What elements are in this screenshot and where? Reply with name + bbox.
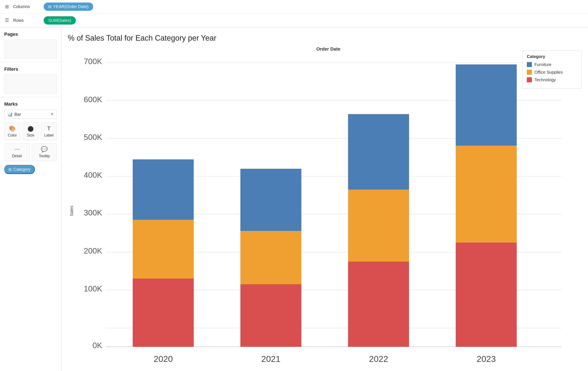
- pages-body: [4, 40, 57, 59]
- chart-wrapper: Sales Order Date: [68, 46, 579, 371]
- chart-x-title: Order Date: [77, 46, 579, 52]
- rows-pill[interactable]: SUM(Sales): [44, 16, 76, 25]
- svg-text:2023: 2023: [477, 354, 496, 364]
- bar-2022-technology[interactable]: [348, 262, 409, 347]
- svg-text:2020: 2020: [154, 354, 173, 364]
- columns-label: Columns: [13, 4, 41, 9]
- tooltip-button[interactable]: 💬 Tooltip: [32, 143, 57, 161]
- svg-text:400K: 400K: [84, 171, 102, 179]
- pages-section: Pages: [0, 27, 61, 62]
- columns-pill-icon: ⊞: [48, 4, 52, 9]
- rows-icon: ☰: [4, 18, 10, 23]
- tooltip-icon: 💬: [41, 146, 48, 153]
- bar-2021-furniture[interactable]: [240, 169, 301, 231]
- bar-2022-office[interactable]: [348, 190, 409, 262]
- chart-svg: 700K 600K 500K 400K 300K 200K 100K 0K: [77, 52, 579, 371]
- marks-type-label: Bar: [14, 112, 49, 117]
- legend-item-technology: Technology: [527, 77, 577, 82]
- marks-buttons-row2: ⋯ Detail 💬 Tooltip: [4, 143, 57, 161]
- detail-button[interactable]: ⋯ Detail: [4, 143, 30, 161]
- bar-2020-technology[interactable]: [133, 278, 194, 347]
- size-button[interactable]: ⬤ Size: [22, 123, 39, 140]
- chart-inner: Order Date: [77, 46, 579, 371]
- svg-text:0K: 0K: [93, 341, 102, 350]
- filters-section: Filters: [0, 62, 61, 97]
- legend-color-furniture: [527, 62, 532, 67]
- svg-text:2022: 2022: [369, 354, 388, 364]
- svg-text:700K: 700K: [84, 57, 102, 66]
- marks-section: Marks 📊 Bar ▼ 🎨 Color ⬤ Size T Label: [0, 97, 61, 371]
- dropdown-arrow-icon: ▼: [50, 112, 54, 116]
- columns-pill[interactable]: ⊞ YEAR(Order Date): [44, 2, 93, 11]
- legend-label-furniture: Furniture: [535, 62, 551, 67]
- marks-buttons-row1: 🎨 Color ⬤ Size T Label: [4, 123, 57, 140]
- columns-shelf: ⊞ Columns ⊞ YEAR(Order Date): [0, 0, 588, 13]
- bar-2020-furniture[interactable]: [133, 159, 194, 220]
- chart-svg-container: 700K 600K 500K 400K 300K 200K 100K 0K: [77, 52, 579, 371]
- detail-icon: ⋯: [14, 146, 20, 153]
- category-pill[interactable]: ⊞ Category: [4, 165, 35, 174]
- svg-text:100K: 100K: [84, 284, 102, 293]
- filters-title: Filters: [4, 66, 57, 72]
- svg-text:200K: 200K: [84, 246, 102, 255]
- legend-item-furniture: Furniture: [527, 62, 577, 67]
- rows-label: Rows: [13, 18, 41, 23]
- legend-label-technology: Technology: [535, 77, 556, 82]
- label-icon: T: [47, 125, 51, 132]
- bar-2021-office[interactable]: [240, 231, 301, 284]
- legend-color-office-supplies: [527, 70, 532, 75]
- shelf-area: ⊞ Columns ⊞ YEAR(Order Date) ☰ Rows SUM(…: [0, 0, 588, 27]
- y-axis-label: Sales: [68, 46, 75, 371]
- marks-type-dropdown[interactable]: 📊 Bar ▼: [4, 110, 57, 119]
- pages-title: Pages: [4, 31, 57, 37]
- bar-2020-office[interactable]: [133, 220, 194, 278]
- legend-color-technology: [527, 77, 532, 82]
- chart-title: % of Sales Total for Each Category per Y…: [68, 34, 579, 42]
- legend-item-office-supplies: Office Supplies: [527, 70, 577, 75]
- size-icon: ⬤: [28, 125, 34, 132]
- category-pill-container: ⊞ Category: [4, 165, 57, 174]
- svg-text:300K: 300K: [84, 208, 102, 217]
- svg-text:600K: 600K: [84, 95, 102, 104]
- bar-2023-office[interactable]: [456, 146, 517, 243]
- filters-body: [4, 74, 57, 93]
- columns-icon: ⊞: [4, 4, 10, 10]
- category-pill-icon: ⊞: [9, 167, 12, 172]
- legend-label-office-supplies: Office Supplies: [535, 70, 563, 75]
- legend-title: Category: [527, 54, 577, 59]
- bar-2022-furniture[interactable]: [348, 114, 409, 190]
- legend: Category Furniture Office Supplies Techn…: [522, 51, 582, 88]
- bar-chart-icon: 📊: [7, 112, 13, 117]
- svg-text:2021: 2021: [261, 354, 280, 364]
- label-button[interactable]: T Label: [41, 123, 57, 140]
- bar-2023-technology[interactable]: [456, 243, 517, 347]
- main-layout: Pages Filters Marks 📊 Bar ▼ 🎨 Color ⬤: [0, 27, 588, 371]
- left-sidebar: Pages Filters Marks 📊 Bar ▼ 🎨 Color ⬤: [0, 27, 61, 371]
- bar-2021-technology[interactable]: [240, 284, 301, 347]
- chart-area: % of Sales Total for Each Category per Y…: [61, 27, 588, 371]
- color-button[interactable]: 🎨 Color: [4, 123, 20, 140]
- svg-text:500K: 500K: [84, 133, 102, 142]
- marks-title: Marks: [4, 101, 57, 107]
- bar-2023-furniture[interactable]: [456, 64, 517, 146]
- rows-shelf: ☰ Rows SUM(Sales): [0, 13, 588, 27]
- color-icon: 🎨: [9, 125, 16, 132]
